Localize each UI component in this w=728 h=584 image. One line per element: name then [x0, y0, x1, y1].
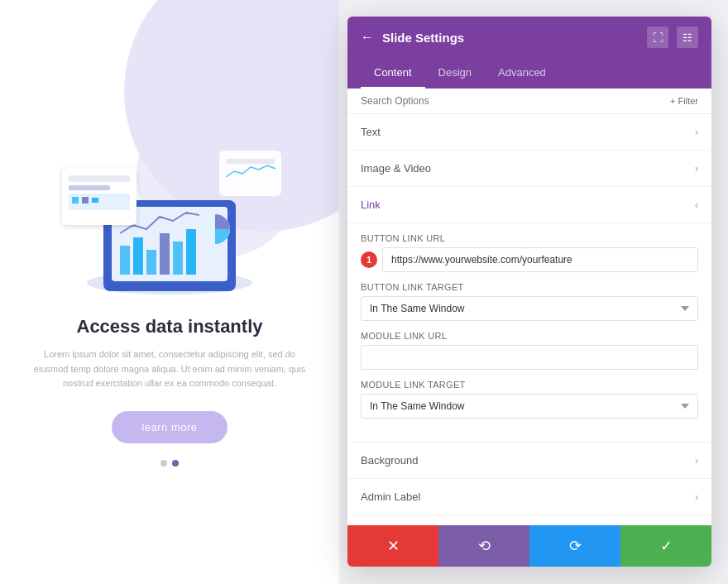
help-row: ⓘ Help [347, 515, 711, 525]
preview-body: Lorem ipsum dolor sit amet, consectetur … [33, 347, 306, 391]
svg-rect-19 [226, 159, 275, 164]
section-admin-label-chevron: › [695, 491, 698, 503]
svg-rect-13 [69, 185, 110, 190]
section-background-chevron: › [695, 455, 698, 467]
section-link-title: Link [361, 199, 381, 211]
filter-button[interactable]: + Filter [670, 96, 698, 106]
tab-design[interactable]: Design [425, 58, 485, 89]
panel-footer: ✕ ⟲ ⟳ ✓ [347, 525, 711, 567]
learn-more-button[interactable]: learn more [112, 411, 227, 443]
tab-content[interactable]: Content [361, 58, 425, 89]
section-text-chevron: › [695, 127, 698, 138]
module-link-target-label: Module Link Target [361, 380, 698, 390]
section-admin-label-title: Admin Label [361, 491, 420, 503]
button-link-url-label: Button Link URL [361, 233, 698, 243]
svg-rect-8 [173, 242, 183, 275]
search-input[interactable] [361, 95, 670, 107]
expand-icon-button[interactable]: ⛶ [647, 26, 668, 48]
section-image-video[interactable]: Image & Video › [347, 151, 711, 187]
module-link-url-label: Module Link URL [361, 331, 698, 341]
section-link-content: Button Link URL 1 Button Link Target In … [347, 223, 711, 443]
svg-rect-17 [92, 198, 98, 203]
cancel-button[interactable]: ✕ [347, 525, 438, 567]
panel-header: ← Slide Settings ⛶ ☷ [347, 17, 711, 58]
panel-tabs: Content Design Advanced [347, 58, 711, 89]
url-badge: 1 [361, 251, 377, 268]
slide-preview: Access data instantly Lorem ipsum dolor … [0, 0, 339, 584]
section-image-video-title: Image & Video [361, 162, 431, 175]
section-link-chevron: ‹ [695, 199, 698, 211]
back-arrow-icon[interactable]: ← [361, 30, 374, 45]
search-bar: + Filter [347, 89, 711, 114]
panel-title: Slide Settings [382, 31, 464, 45]
button-link-target-label: Button Link Target [361, 282, 698, 292]
header-left: ← Slide Settings [361, 30, 464, 45]
preview-title: Access data instantly [33, 316, 306, 337]
svg-rect-18 [219, 151, 281, 196]
preview-illustration [54, 117, 285, 299]
section-link[interactable]: Link ‹ [347, 187, 711, 223]
svg-rect-4 [120, 246, 130, 275]
button-link-target-select[interactable]: In The Same Window In The New Window [361, 296, 698, 321]
svg-rect-7 [160, 233, 170, 275]
module-link-target-select[interactable]: In The Same Window In The New Window [361, 394, 698, 419]
section-background[interactable]: Background › [347, 443, 711, 479]
button-link-url-row: 1 [361, 247, 698, 272]
save-button[interactable]: ✓ [620, 525, 711, 567]
section-text[interactable]: Text › [347, 114, 711, 151]
svg-rect-12 [69, 175, 130, 182]
undo-button[interactable]: ⟲ [438, 525, 529, 567]
layout-icon-button[interactable]: ☷ [677, 26, 698, 48]
dot-2 [172, 460, 179, 467]
svg-rect-6 [146, 250, 156, 275]
section-image-video-chevron: › [695, 163, 698, 175]
settings-panel: ← Slide Settings ⛶ ☷ Content Design Adva… [347, 17, 711, 567]
preview-content: Access data instantly Lorem ipsum dolor … [0, 316, 339, 443]
svg-rect-5 [133, 237, 143, 275]
svg-rect-16 [82, 197, 89, 203]
redo-button[interactable]: ⟳ [529, 525, 620, 567]
section-background-title: Background [361, 454, 418, 467]
dot-1 [160, 460, 167, 467]
section-admin-label[interactable]: Admin Label › [347, 479, 711, 515]
section-text-title: Text [361, 126, 381, 138]
pagination-dots [160, 460, 179, 467]
button-link-url-input[interactable] [382, 247, 698, 272]
tab-advanced[interactable]: Advanced [485, 58, 559, 89]
panel-content: Text › Image & Video › Link ‹ Button Lin… [347, 114, 711, 525]
svg-rect-15 [72, 197, 79, 203]
header-actions: ⛶ ☷ [647, 26, 698, 48]
module-link-url-input[interactable] [361, 345, 698, 370]
svg-rect-9 [186, 229, 196, 275]
